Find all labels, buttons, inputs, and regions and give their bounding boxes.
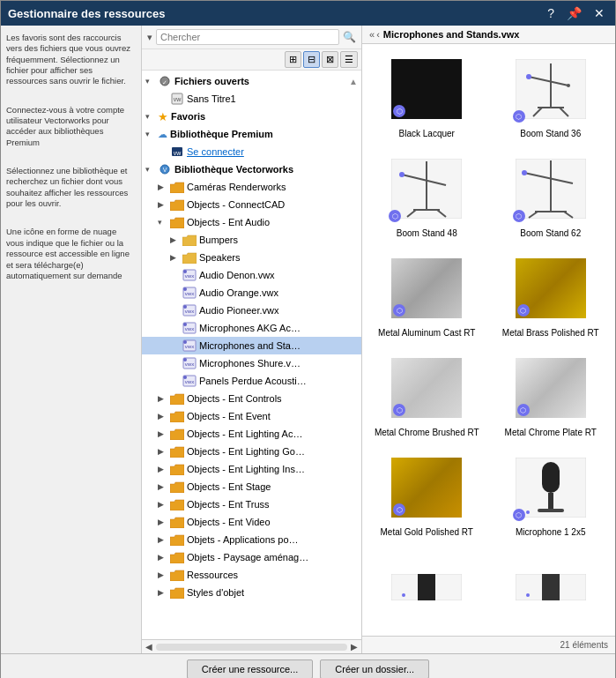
pin-button[interactable]: 📌	[563, 7, 585, 19]
grid-item-black-lacquer[interactable]: ⬡ Black Lacquer	[366, 48, 488, 145]
svg-point-19	[183, 323, 187, 326]
tree-item-bibl-premium[interactable]: ▾ ☁ Bibliothèque Premium	[142, 125, 361, 143]
back-arrow[interactable]: ‹	[376, 29, 380, 40]
tree-item-bibl-vw[interactable]: ▾ V Bibliothèque Vectorworks	[142, 160, 361, 178]
tree-item-favoris[interactable]: ▾ ★ Favoris	[142, 108, 361, 125]
badge-icon: ⬡	[517, 404, 530, 416]
tree-item-panels-perdue[interactable]: vwx Panels Perdue Acousti…	[142, 372, 361, 390]
tree-item-sans-titre[interactable]: vw Sans Titre1	[142, 90, 361, 108]
tree-item-mic-akg[interactable]: vwx Microphones AKG Ac…	[142, 319, 361, 337]
create-folder-button[interactable]: Créer un dossier...	[320, 659, 429, 678]
tree-item-cameras[interactable]: ▶ Caméras Renderworks	[142, 178, 361, 196]
tree-item-connect-cad[interactable]: ▶ Objects - ConnectCAD	[142, 196, 361, 213]
grid-item-metal-alum[interactable]: ⬡ Metal Aluminum Cast RT	[366, 247, 488, 345]
tree-item-bumpers[interactable]: ▶ Bumpers	[142, 231, 361, 249]
grid-item-metal-chrome-plate[interactable]: ⬡ Metal Chrome Plate RT	[490, 346, 612, 444]
tree-label-open-files: Fichiers ouverts	[174, 76, 249, 86]
annotations-panel: Les favoris sont des raccourcis vers des…	[1, 26, 142, 653]
tree-item-styles-objet[interactable]: ▶ Styles d'objet	[142, 584, 361, 601]
tree-item-audio-denon[interactable]: vwx Audio Denon.vwx	[142, 266, 361, 284]
grid-item-metal-chrome-brushed[interactable]: ⬡ Metal Chrome Brushed RT	[366, 346, 488, 444]
view-grid-large-button[interactable]: ⊠	[322, 51, 338, 68]
tree-item-mic-shure[interactable]: vwx Microphones Shure.v…	[142, 354, 361, 372]
content-panel: « ‹ Microphones and Stands.vwx ⬡ Black L…	[362, 26, 615, 653]
tree-item-ent-lighting-ins[interactable]: ▶ Objects - Ent Lighting Ins…	[142, 460, 361, 478]
annotation-2: Connectez-vous à votre compte utilisateu…	[6, 105, 136, 148]
tree-item-audio-pioneer[interactable]: vwx Audio Pioneer.vwx	[142, 302, 361, 319]
scroll-left-arrow[interactable]: ◀	[145, 642, 152, 652]
search-input[interactable]	[156, 29, 339, 45]
title-controls: ? 📌 ✕	[544, 7, 608, 19]
grid-item-partial-2[interactable]	[490, 546, 612, 632]
scroll-up-arrow[interactable]: ▲	[349, 77, 358, 86]
label-metal-alum: Metal Aluminum Cast RT	[378, 327, 475, 339]
tree-item-ent-controls[interactable]: ▶ Objects - Ent Controls	[142, 390, 361, 407]
svg-point-16	[183, 305, 187, 309]
tree-item-ent-truss[interactable]: ▶ Objects - Ent Truss	[142, 495, 361, 513]
thumbnail-microphone-1: ⬡	[511, 452, 590, 523]
tree-item-ent-stage[interactable]: ▶ Objects - Ent Stage	[142, 478, 361, 495]
section-icon: ✓	[158, 75, 172, 87]
help-button[interactable]: ?	[544, 7, 558, 19]
content-path-title: Microphones and Stands.vwx	[383, 29, 520, 40]
tree-label-audio-denon: Audio Denon.vwx	[199, 270, 275, 280]
view-list-button[interactable]: ☰	[340, 51, 358, 68]
label-boom-stand-48: Boom Stand 48	[397, 227, 457, 239]
tree-label-bibl-premium: Bibliothèque Premium	[170, 129, 273, 139]
grid-item-microphone-1[interactable]: ⬡ Microphone 1 2x5	[490, 446, 612, 544]
label-boom-stand-62: Boom Stand 62	[520, 227, 581, 239]
grid-item-boom-stand-62[interactable]: ⬡ Boom Stand 62	[490, 147, 612, 245]
badge-icon: ⬡	[393, 105, 405, 117]
svg-rect-53	[548, 493, 553, 510]
vw-section-icon: V	[158, 163, 172, 175]
tree-item-audio-orange[interactable]: vwx Audio Orange.vwx	[142, 284, 361, 302]
tree-item-speakers[interactable]: ▶ Speakers	[142, 249, 361, 266]
vwx-icon-panels: vwx	[182, 375, 197, 387]
svg-point-25	[183, 358, 187, 361]
search-arrow[interactable]: ▾	[147, 32, 152, 43]
svg-rect-52	[542, 462, 560, 493]
tree-item-ent-audio[interactable]: ▾ Objects - Ent Audio	[142, 213, 361, 231]
folder-icon-ent-truss	[170, 499, 184, 510]
tree-item-ent-video[interactable]: ▶ Objects - Ent Video	[142, 513, 361, 531]
grid-item-metal-gold[interactable]: ⬡ Metal Gold Polished RT	[366, 446, 488, 544]
grid-item-metal-brass[interactable]: ⬡ Metal Brass Polished RT	[490, 247, 612, 345]
tree-item-ent-lighting-go[interactable]: ▶ Objects - Ent Lighting Go…	[142, 443, 361, 460]
scroll-track[interactable]	[156, 644, 347, 651]
annotation-text-2: Connectez-vous à votre compte utilisateu…	[6, 105, 124, 147]
close-button[interactable]: ✕	[590, 7, 608, 19]
thumbnail-metal-brass: ⬡	[511, 253, 590, 324]
annotation-3: Sélectionnez une bibliothèque et recherc…	[6, 166, 136, 209]
scroll-right-arrow[interactable]: ▶	[351, 642, 358, 652]
tree-item-ent-event[interactable]: ▶ Objects - Ent Event	[142, 407, 361, 425]
tree-item-ent-lighting-ac[interactable]: ▶ Objects - Ent Lighting Ac…	[142, 425, 361, 443]
grid-item-partial-1[interactable]	[366, 546, 488, 632]
tree-label-se-connecter: Se connecter	[187, 146, 244, 157]
svg-text:vwx: vwx	[185, 326, 194, 332]
grid-item-boom-stand-36[interactable]: ⬡ Boom Stand 36	[490, 48, 612, 145]
tree-item-objets-paysage[interactable]: ▶ Objets - Paysage aménag…	[142, 548, 361, 566]
create-resource-button[interactable]: Créer une ressource...	[187, 659, 313, 678]
folder-icon-objets-paysage	[170, 552, 184, 563]
tree-label-cameras: Caméras Renderworks	[187, 182, 286, 192]
view-grid-medium-button[interactable]: ⊟	[303, 51, 320, 68]
tree-panel: ▾ 🔍 ⊞ ⊟ ⊠ ☰ ▾ ✓ Fich	[142, 26, 362, 653]
tree-container[interactable]: ▾ ✓ Fichiers ouverts ▲ vw Sans Titre1	[142, 71, 361, 639]
thumbnail-boom-stand-48: ⬡	[387, 153, 466, 224]
back-double-arrow[interactable]: «	[369, 29, 375, 40]
tree-label-objets-appli: Objets - Applications po…	[187, 534, 299, 545]
tree-item-mic-stands[interactable]: vwx Microphones and Sta…	[142, 337, 361, 354]
connect-icon: vw	[170, 145, 184, 158]
search-icon[interactable]: 🔍	[343, 31, 356, 43]
tree-item-objets-appli[interactable]: ▶ Objets - Applications po…	[142, 531, 361, 548]
grid-item-boom-stand-48[interactable]: ⬡ Boom Stand 48	[366, 147, 488, 245]
tree-label-connect-cad: Objects - ConnectCAD	[187, 199, 285, 210]
horizontal-scrollbar[interactable]: ◀ ▶	[142, 639, 361, 653]
view-grid-small-button[interactable]: ⊞	[285, 51, 301, 68]
content-grid[interactable]: ⬡ Black Lacquer	[362, 44, 615, 636]
badge-icon: ⬡	[393, 304, 405, 317]
folder-icon-lighting-ins	[170, 464, 184, 475]
tree-item-se-connecter[interactable]: vw Se connecter	[142, 143, 361, 160]
tree-item-ressources[interactable]: ▶ Ressources	[142, 566, 361, 584]
tree-item-open-files[interactable]: ▾ ✓ Fichiers ouverts ▲	[142, 72, 361, 90]
